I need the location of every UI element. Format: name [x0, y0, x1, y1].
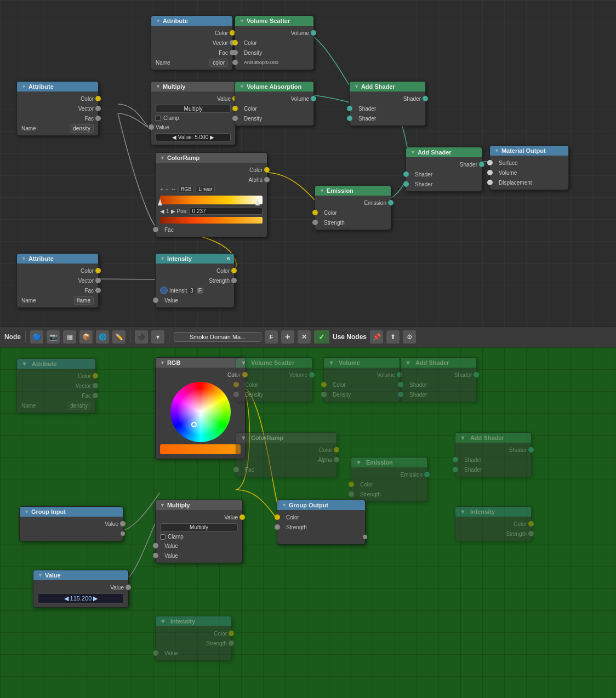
node-add-shader-1[interactable]: ▼ Add Shader Shader Shader Shader: [349, 81, 426, 126]
use-nodes-label: Use Nodes: [333, 333, 367, 341]
toolbar-settings-icon[interactable]: ⚙: [403, 330, 416, 344]
cr-prev-btn[interactable]: ◀: [160, 208, 164, 214]
node-vol-abs-bg: ▼Volume Volume Color Density: [323, 357, 400, 402]
toolbar-add-btn[interactable]: +: [281, 330, 294, 344]
node-group-input[interactable]: ▼ Group Input Value: [19, 506, 123, 541]
color-wheel[interactable]: [170, 382, 231, 442]
top-node-editor[interactable]: ▼ Attribute Color Vector Fac Name color: [0, 0, 616, 327]
intensity-sphere-icon: [160, 287, 168, 294]
toolbar-sep-2: [130, 331, 130, 342]
toolbar-f-btn[interactable]: F: [265, 330, 278, 344]
colorramp-gradient: [160, 196, 263, 204]
node-intensity-bg: ▼Intensity Color Strength Value: [155, 616, 232, 661]
node-rgb[interactable]: ▼ RGB Color: [155, 357, 246, 459]
cr-pos-field[interactable]: 0.237: [190, 208, 263, 215]
toolbar-sep-3: [169, 331, 169, 342]
node-material-output[interactable]: ▼ Material Output Surface Volume Displac…: [489, 145, 569, 190]
clamp-checkbox[interactable]: [156, 116, 161, 121]
node-colorramp[interactable]: ▼ ColorRamp Color Alpha + − ↔ RGB Linear: [155, 152, 267, 237]
toolbar-node-label: Node: [4, 333, 21, 341]
intensity-f-btn[interactable]: F: [197, 288, 203, 294]
socket-gi-value-out: [120, 521, 126, 527]
toolbar-cube-icon[interactable]: 📦: [79, 330, 93, 344]
socket-shader-out-2: [479, 162, 484, 167]
node-intensity[interactable]: ▼ Intensity ⎋ Color Strength Intensit 3 …: [155, 253, 235, 308]
socket-vector-out-3: [95, 278, 101, 283]
socket-go-color-in: [275, 514, 280, 520]
socket-shader-out-1: [423, 96, 428, 101]
node-attribute-1[interactable]: ▼ Attribute Color Vector Fac Name color: [151, 15, 233, 70]
node-header-group-input: ▼ Group Input: [20, 507, 123, 517]
clamp-row: Clamp: [151, 114, 235, 122]
node-volume-absorption[interactable]: ▼ Volume Absorption Volume Color Density: [235, 81, 314, 126]
node-add-shader-2[interactable]: ▼ Add Shader Shader Shader Shader: [406, 147, 482, 192]
cr-mode-dropdown[interactable]: RGB: [178, 186, 195, 192]
node-value[interactable]: ▼ Value Value ◀ 115.200 ▶: [33, 570, 129, 608]
socket-shader2-in-2: [403, 181, 409, 187]
socket-mult-val1-in: [153, 543, 158, 548]
socket-strength-in-em: [312, 220, 318, 225]
cr-next-btn[interactable]: ▶: [171, 208, 175, 214]
socket-go-strength-in: [275, 524, 280, 530]
clamp-checkbox-bottom[interactable]: [160, 534, 166, 540]
toolbar-brush-icon[interactable]: ✏️: [112, 330, 126, 344]
node-multiply[interactable]: ▼ Multiply Value Multiply Clamp Value ◀ …: [151, 81, 236, 145]
node-emission[interactable]: ▼ Emission Emission Color Strength: [315, 185, 391, 230]
multiply-bottom-mode[interactable]: Multiply: [160, 523, 238, 531]
socket-strength-out-int: [231, 278, 237, 283]
node-header-colorramp: ▼ ColorRamp: [156, 153, 267, 163]
color-picker-dot[interactable]: [191, 422, 197, 427]
intensity-num: 3: [189, 288, 195, 294]
value-display: ◀ 115.200 ▶: [38, 593, 124, 604]
node-header-attribute-1: ▼ Attribute: [151, 16, 232, 26]
node-header-add-shader-1: ▼ Add Shader: [350, 82, 425, 91]
socket-fac-out-3: [95, 288, 101, 293]
socket-emission-out: [388, 200, 393, 205]
toolbar-check-btn[interactable]: ✓: [314, 330, 329, 344]
node-attribute-2[interactable]: ▼ Attribute Color Vector Fac Name densit…: [16, 81, 99, 136]
socket-go-empty: [363, 535, 367, 539]
multiply-mode[interactable]: Multiply: [156, 105, 231, 113]
cr-flip-btn[interactable]: ↔: [170, 186, 176, 192]
node-volume-scatter[interactable]: ▼ Volume Scatter Volume Color Density An…: [235, 15, 314, 70]
multiply-value[interactable]: ◀ Value: 5.000 ▶: [156, 133, 231, 141]
toolbar-down-icon[interactable]: ▾: [151, 330, 164, 344]
toolbar-sep-1: [25, 331, 26, 342]
toolbar-sphere-icon[interactable]: 🔵: [30, 330, 43, 344]
socket-anisotropy-in: [232, 60, 238, 65]
node-group-output[interactable]: ▼ Group Output Color Strength: [277, 500, 366, 545]
node-emission-bg: ▼Emission Emission Color Strength: [351, 457, 427, 502]
node-multiply-bottom[interactable]: ▼ Multiply Value Multiply Clamp Value Va…: [155, 500, 243, 563]
cr-remove-btn[interactable]: −: [165, 186, 168, 192]
toolbar-globe-icon[interactable]: 🌐: [96, 330, 109, 344]
toolbar-upload-icon[interactable]: ⬆: [386, 330, 400, 344]
socket-mult-val2-in: [153, 553, 158, 558]
intensity-options-btn[interactable]: ⎋: [227, 256, 230, 261]
cr-interp-dropdown[interactable]: Linear: [196, 186, 215, 192]
toolbar-image-icon[interactable]: 📷: [47, 330, 60, 344]
node-attribute-3[interactable]: ▼ Attribute Color Vector Fac Name flame: [16, 253, 99, 308]
node-header-value: ▼ Value: [33, 570, 128, 580]
node-colorramp-bg: ▼ColorRamp Color Alpha Fac: [236, 432, 337, 477]
socket-density-in: [232, 50, 238, 55]
socket-mult-value-out: [239, 514, 245, 520]
toolbar-pin-icon[interactable]: 📌: [370, 330, 383, 344]
color-swatch[interactable]: [160, 444, 241, 454]
toolbar-checker-icon[interactable]: ▦: [63, 330, 76, 344]
node-header-group-output: ▼ Group Output: [277, 500, 365, 510]
node-header-attribute-3: ▼ Attribute: [17, 254, 98, 264]
node-header-volume-scatter: ▼ Volume Scatter: [235, 16, 313, 26]
toolbar-sphere2-icon[interactable]: ⚫: [135, 330, 148, 344]
socket-color-in: [232, 40, 238, 45]
bottom-node-editor[interactable]: ▼Attribute Color Vector Fac Namedensity …: [0, 347, 616, 698]
material-name-label[interactable]: Smoke Domain Ma...: [174, 332, 261, 342]
socket-color-out-int: [231, 268, 237, 273]
socket-shader2-in: [347, 116, 352, 121]
socket-surface-in: [487, 160, 493, 165]
node-header-emission: ▼ Emission: [315, 186, 391, 196]
socket-color-out-2: [95, 96, 101, 101]
socket-shader1-in: [347, 106, 352, 111]
toolbar-close-btn[interactable]: ✕: [298, 330, 311, 344]
cr-add-btn[interactable]: +: [160, 186, 163, 192]
socket-vector-out-2: [95, 106, 101, 111]
